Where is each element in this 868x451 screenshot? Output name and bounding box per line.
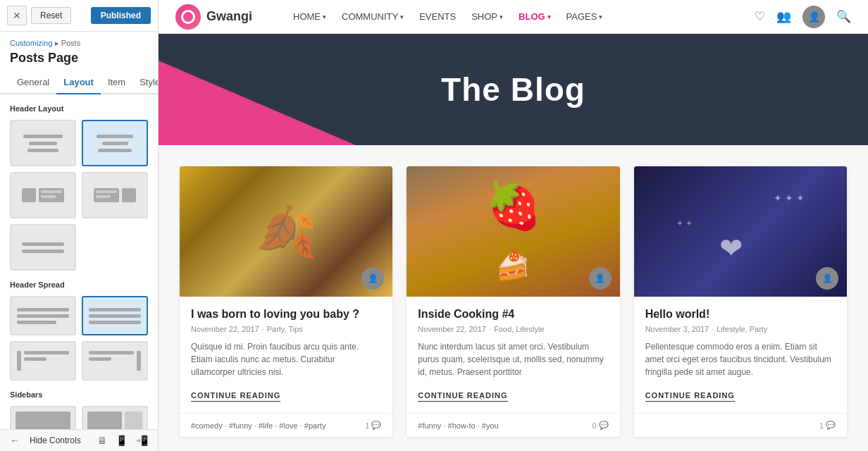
user-avatar[interactable]: 👤 <box>802 6 825 28</box>
spread-options <box>10 296 148 381</box>
spread-option-3[interactable] <box>10 341 76 381</box>
users-icon[interactable]: 👥 <box>776 9 791 24</box>
tablet-icon[interactable]: 📱 <box>116 435 128 446</box>
card-3-image: ❤ ✦ ✦ ✦ ✦ ✦ 👤 <box>634 166 847 297</box>
panel-tabs: General Layout Item Style <box>0 71 158 94</box>
card-1-tags: #comedy · #funny · #life · #love · #part… <box>191 421 326 430</box>
nav-right: ♡ 👥 👤 🔍 <box>755 6 851 28</box>
card-3-body: Hello world! November 3, 2017·Lifestyle,… <box>634 297 847 413</box>
header-spread-label: Header Spread <box>10 280 148 289</box>
hero-title: The Blog <box>441 70 585 109</box>
card-3-footer: 1 💬 <box>634 413 847 437</box>
tab-style[interactable]: Style <box>132 71 159 94</box>
close-button[interactable]: ✕ <box>7 6 27 25</box>
card-1-footer: #comedy · #funny · #life · #love · #part… <box>180 413 392 437</box>
card-2-excerpt: Nunc interdum lacus sit amet orci. Vesti… <box>418 340 608 378</box>
breadcrumb: Customizing ▸ Posts <box>0 32 158 49</box>
sidebar-option-2[interactable] <box>82 406 148 429</box>
nav-shop[interactable]: SHOP▾ <box>464 7 510 26</box>
hero-section: The Blog <box>159 34 868 145</box>
layout-option-5[interactable] <box>10 224 76 271</box>
layout-option-1[interactable] <box>10 120 76 166</box>
nav-logo: Gwangi <box>175 4 252 30</box>
sidebar-options <box>10 406 148 429</box>
spread-option-2[interactable] <box>82 296 148 335</box>
cards-grid: 🍂 👤 I was born to loving you baby ? Nove… <box>180 166 847 437</box>
logo-circle <box>175 4 201 30</box>
card-1-image: 🍂 👤 <box>180 166 392 297</box>
card-1-excerpt: Quisque id mi. Proin faucibus arcu quis … <box>191 340 381 378</box>
navbar: Gwangi HOME▾ COMMUNITY▾ EVENTS SHOP▾ BLO… <box>159 0 868 34</box>
mobile-icon[interactable]: 📲 <box>136 435 148 446</box>
card-1-continue[interactable]: CONTINUE READING <box>191 391 280 402</box>
card-2: 🍓 🍰 👤 Inside Cooking #4 November 22, 201… <box>407 166 619 437</box>
tab-item[interactable]: Item <box>101 71 132 94</box>
card-3-meta: November 3, 2017·Lifestyle, Party <box>645 325 836 333</box>
layout-option-2[interactable] <box>82 120 148 166</box>
layout-option-3[interactable] <box>10 172 76 218</box>
sidebars-label: Sidebars <box>10 390 148 399</box>
nav-pages[interactable]: PAGES▾ <box>559 7 610 26</box>
sidebar-option-1[interactable] <box>10 406 76 429</box>
card-2-meta: November 22, 2017·Food, Lifestyle <box>418 325 608 333</box>
card-3-avatar: 👤 <box>816 267 838 290</box>
card-2-image: 🍓 🍰 👤 <box>407 166 619 297</box>
card-1-body: I was born to loving you baby ? November… <box>180 297 392 413</box>
card-2-comments: 0 💬 <box>593 421 609 430</box>
preview-area: Gwangi HOME▾ COMMUNITY▾ EVENTS SHOP▾ BLO… <box>159 0 868 451</box>
panel-bottom-bar: ← Hide Controls 🖥 📱 📲 <box>0 429 158 451</box>
card-2-body: Inside Cooking #4 November 22, 2017·Food… <box>407 297 619 413</box>
tab-layout[interactable]: Layout <box>56 71 101 94</box>
card-2-continue[interactable]: CONTINUE READING <box>418 391 507 402</box>
logo-inner <box>181 10 195 24</box>
search-icon[interactable]: 🔍 <box>836 9 851 24</box>
breadcrumb-section: Posts <box>61 39 81 47</box>
spread-option-1[interactable] <box>10 296 76 335</box>
nav-home[interactable]: HOME▾ <box>286 7 333 26</box>
header-layout-label: Header Layout <box>10 104 148 113</box>
card-3-continue[interactable]: CONTINUE READING <box>645 391 735 402</box>
nav-brand: Gwangi <box>206 9 252 24</box>
hide-controls-label[interactable]: Hide Controls <box>30 435 81 445</box>
card-1-title: I was born to loving you baby ? <box>191 308 381 321</box>
breadcrumb-separator: ▸ <box>55 39 61 47</box>
panel-content: Header Layout <box>0 94 158 429</box>
card-1-comments: 1 💬 <box>365 421 381 430</box>
breadcrumb-customizing[interactable]: Customizing <box>10 39 53 47</box>
nav-community[interactable]: COMMUNITY▾ <box>335 7 411 26</box>
card-3: ❤ ✦ ✦ ✦ ✦ ✦ 👤 Hello world! November 3, 2… <box>634 166 847 437</box>
hero-decoration <box>159 61 356 145</box>
card-2-title: Inside Cooking #4 <box>418 308 608 321</box>
header-layout-options <box>10 120 148 271</box>
customizer-panel: ✕ Reset Published Customizing ▸ Posts Po… <box>0 0 159 451</box>
tab-general[interactable]: General <box>10 71 56 94</box>
spread-option-4[interactable] <box>82 341 148 381</box>
device-icons: 🖥 📱 📲 <box>97 435 148 446</box>
card-2-avatar: 👤 <box>589 267 612 290</box>
layout-option-4[interactable] <box>82 172 148 218</box>
published-button[interactable]: Published <box>91 7 151 24</box>
nav-blog[interactable]: BLOG▾ <box>512 7 558 26</box>
back-icon[interactable]: ← <box>10 435 20 446</box>
desktop-icon[interactable]: 🖥 <box>97 435 107 446</box>
heart-icon[interactable]: ♡ <box>755 9 765 24</box>
panel-page-title: Posts Page <box>0 49 158 71</box>
card-3-comments: 1 💬 <box>819 421 836 430</box>
reset-button[interactable]: Reset <box>31 7 71 24</box>
card-2-tags: #funny · #how-to · #you <box>418 421 498 430</box>
card-3-title: Hello world! <box>645 308 836 321</box>
card-1-meta: November 22, 2017·Party, Tips <box>191 325 381 333</box>
card-1: 🍂 👤 I was born to loving you baby ? Nove… <box>180 166 392 437</box>
nav-links: HOME▾ COMMUNITY▾ EVENTS SHOP▾ BLOG▾ PAGE… <box>286 7 609 26</box>
card-2-footer: #funny · #how-to · #you 0 💬 <box>407 413 619 437</box>
nav-events[interactable]: EVENTS <box>412 7 463 26</box>
cards-section: 🍂 👤 I was born to loving you baby ? Nove… <box>159 145 868 451</box>
card-3-excerpt: Pellentesque commodo eros a enim. Etiam … <box>645 340 836 378</box>
panel-toolbar: ✕ Reset Published <box>0 0 158 32</box>
